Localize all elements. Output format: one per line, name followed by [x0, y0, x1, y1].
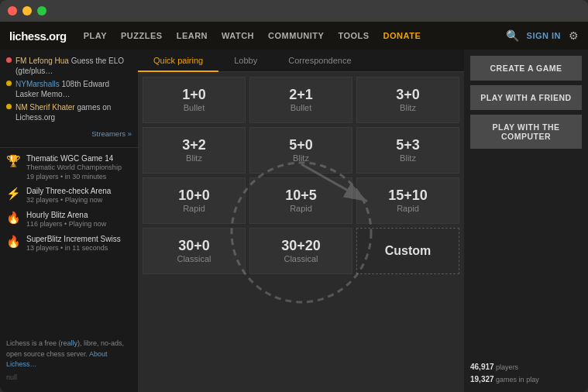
game-cell-2-0[interactable]: 3+2 Blitz	[143, 127, 246, 174]
event-text-1: Thematic WGC Game 14 Thematic World Cham…	[26, 153, 122, 181]
close-dot[interactable]	[8, 6, 17, 15]
players-label: players	[496, 363, 518, 371]
sidebar-footer: Lichess is a free (really), libre, no-ad…	[0, 334, 138, 387]
event-item-1[interactable]: 🏆 Thematic WGC Game 14 Thematic World Ch…	[0, 151, 138, 184]
fire-icon-1: 🔥	[6, 211, 21, 225]
tab-quick-pairing[interactable]: Quick pairing	[138, 50, 218, 71]
game-cell-3-2[interactable]: 15+10 Rapid	[356, 177, 459, 224]
nav-puzzles[interactable]: PUZZLES	[115, 28, 169, 43]
nav-learn[interactable]: LEARN	[170, 28, 214, 43]
minimize-dot[interactable]	[22, 6, 32, 15]
fire-icon-2: 🔥	[6, 235, 21, 249]
time-1-2: 3+0	[396, 88, 420, 101]
streamers-section: FM Lefong Hua Guess the ELO (gte/plus… N…	[0, 54, 138, 144]
streamer-name-1: FM Lefong Hua	[15, 57, 69, 65]
time-1-0: 1+0	[182, 88, 206, 101]
lightning-icon: ⚡	[6, 187, 21, 201]
event-item-4[interactable]: 🔥 SuperBlitz Increment Swiss 13 players …	[0, 232, 138, 256]
game-cell-1-2[interactable]: 3+0 Blitz	[356, 77, 459, 123]
type-1-2: Blitz	[400, 103, 416, 112]
type-3-0: Rapid	[183, 204, 205, 213]
game-cell-2-2[interactable]: 5+3 Blitz	[356, 127, 459, 174]
time-2-1: 5+0	[289, 138, 313, 152]
event-title-4: SuperBlitz Increment Swiss	[26, 234, 121, 244]
game-cell-3-0[interactable]: 10+0 Rapid	[143, 177, 246, 224]
event-sub2-1: 19 players • in 30 minutes	[26, 173, 122, 182]
titlebar	[0, 0, 588, 22]
divider-1	[0, 147, 138, 148]
live-dot	[6, 57, 12, 63]
nav-links: PLAY PUZZLES LEARN WATCH COMMUNITY TOOLS…	[77, 28, 506, 43]
event-item-3[interactable]: 🔥 Hourly Blitz Arena 116 players • Playi…	[0, 208, 138, 232]
tab-lobby[interactable]: Lobby	[218, 50, 273, 71]
time-2-2: 5+3	[396, 138, 420, 152]
time-3-2: 15+10	[388, 188, 428, 202]
logo[interactable]: lichess.org	[9, 29, 67, 43]
right-sidebar: CREATE A GAME PLAY WITH A FRIEND PLAY WI…	[464, 50, 588, 392]
time-2-0: 3+2	[182, 138, 206, 152]
streamers-more-link[interactable]: Streamers »	[91, 129, 132, 138]
streamer-name-2: NYMarshalls	[15, 80, 60, 88]
event-title-2: Daily Three-check Arena	[26, 186, 111, 196]
time-1-1: 2+1	[289, 88, 313, 101]
time-4-1: 30+20	[281, 239, 321, 253]
maximize-dot[interactable]	[37, 6, 46, 15]
grid-row-1: 1+0 Bullet 2+1 Bullet 3+0 Blitz	[143, 77, 459, 123]
search-icon[interactable]: 🔍	[506, 29, 519, 42]
main-area: FM Lefong Hua Guess the ELO (gte/plus… N…	[0, 50, 588, 392]
really-link[interactable]: really	[61, 339, 78, 347]
streamer-item-3[interactable]: NM Sherif Khater games on Lichess.org	[6, 101, 132, 124]
navbar: lichess.org PLAY PUZZLES LEARN WATCH COM…	[0, 22, 588, 50]
play-computer-button[interactable]: PLAY WITH THE COMPUTER	[470, 115, 582, 149]
nav-donate[interactable]: DONATE	[377, 28, 428, 43]
play-friend-button[interactable]: PLAY WITH A FRIEND	[470, 85, 582, 110]
grid-row-2: 3+2 Blitz 5+0 Blitz 5+3 Blitz	[143, 127, 459, 174]
event-text-2: Daily Three-check Arena 32 players • Pla…	[26, 186, 111, 205]
game-cell-4-0[interactable]: 30+0 Classical	[143, 228, 246, 274]
live-dot-2	[6, 81, 12, 86]
game-cell-4-1[interactable]: 30+20 Classical	[249, 228, 352, 274]
gear-icon[interactable]: ⚙	[569, 29, 579, 42]
type-4-1: Classical	[284, 254, 318, 263]
event-text-3: Hourly Blitz Arena 116 players • Playing…	[26, 210, 106, 229]
tabs-bar: Quick pairing Lobby Correspondence	[138, 50, 464, 72]
players-count: 46,917	[470, 363, 494, 371]
time-3-1: 10+5	[285, 188, 317, 202]
nav-right: 🔍 SIGN IN ⚙	[506, 29, 579, 42]
game-cell-1-1[interactable]: 2+1 Bullet	[249, 77, 352, 123]
games-count: 19,327	[470, 375, 494, 383]
game-cell-custom[interactable]: Custom	[356, 228, 459, 274]
game-cell-1-0[interactable]: 1+0 Bullet	[143, 77, 246, 123]
event-sub1-1: Thematic World Championship	[26, 163, 122, 173]
game-grid-area: 1+0 Bullet 2+1 Bullet 3+0 Blitz 3+2 Blit…	[138, 72, 464, 392]
type-1-0: Bullet	[184, 103, 205, 112]
event-sub2-2: 32 players • Playing now	[26, 196, 111, 205]
event-item-2[interactable]: ⚡ Daily Three-check Arena 32 players • P…	[0, 184, 138, 208]
type-2-2: Blitz	[400, 153, 416, 163]
type-1-1: Bullet	[291, 103, 312, 112]
games-label: games in play	[496, 376, 539, 383]
about-link[interactable]: About Lichess…	[6, 350, 108, 369]
streamer-item[interactable]: FM Lefong Hua Guess the ELO (gte/plus…	[6, 54, 132, 77]
game-cell-2-1[interactable]: 5+0 Blitz	[249, 127, 352, 174]
nav-play[interactable]: PLAY	[77, 28, 113, 43]
nav-tools[interactable]: TOOLS	[332, 28, 375, 43]
create-game-button[interactable]: CREATE A GAME	[470, 56, 582, 81]
nav-community[interactable]: COMMUNITY	[262, 28, 330, 43]
left-sidebar: FM Lefong Hua Guess the ELO (gte/plus… N…	[0, 50, 138, 392]
streamer-name-3: NM Sherif Khater	[15, 103, 75, 112]
time-4-0: 30+0	[178, 239, 210, 253]
type-2-0: Blitz	[186, 153, 202, 163]
trophy-icon: 🏆	[6, 154, 21, 168]
time-custom: Custom	[385, 245, 432, 257]
signin-button[interactable]: SIGN IN	[527, 31, 561, 40]
tab-correspondence[interactable]: Correspondence	[273, 50, 366, 71]
center-content: Quick pairing Lobby Correspondence 1+0	[138, 50, 464, 392]
grid-row-4: 30+0 Classical 30+20 Classical Custom	[143, 228, 459, 274]
players-info: 46,917 players 19,327 games in play	[470, 361, 582, 386]
event-sub2-4: 13 players • in 11 seconds	[26, 244, 121, 253]
nav-watch[interactable]: WATCH	[215, 28, 260, 43]
type-4-0: Classical	[177, 254, 211, 263]
streamer-item-2[interactable]: NYMarshalls 108th Edward Lasker Memo…	[6, 77, 132, 101]
game-cell-3-1[interactable]: 10+5 Rapid	[249, 177, 352, 224]
